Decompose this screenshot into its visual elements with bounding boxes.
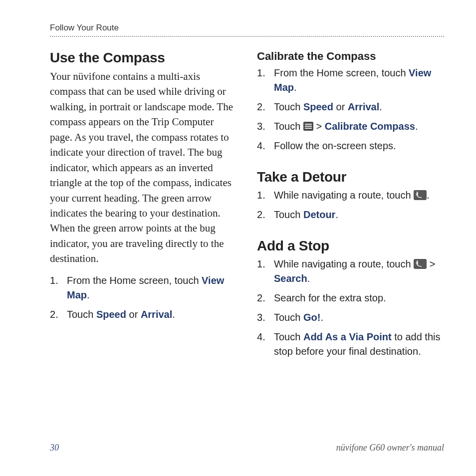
step-text: . [172, 309, 175, 320]
step-text: > [427, 258, 435, 269]
step-text: . [320, 312, 323, 323]
heading-use-the-compass: Use the Compass [50, 50, 237, 66]
step-text: From the Home screen, touch [274, 67, 409, 78]
step-text: . [415, 121, 418, 132]
step-item: From the Home screen, touch View Map. [50, 273, 237, 302]
detour-steps: While navigating a route, touch . Touch … [257, 188, 444, 222]
step-text: or [126, 309, 141, 320]
step-text: Touch [274, 331, 303, 342]
step-text: While navigating a route, touch [274, 190, 414, 201]
step-text: Touch [274, 101, 303, 112]
step-text: or [333, 101, 348, 112]
step-item: Touch Speed or Arrival. [257, 100, 444, 114]
step-item: Follow the on-screen steps. [257, 139, 444, 153]
step-text: While navigating a route, touch [274, 258, 414, 269]
step-text: Search for the extra stop. [274, 292, 386, 303]
step-text: . [294, 82, 297, 93]
add-stop-steps: While navigating a route, touch > Search… [257, 257, 444, 359]
menu-icon [303, 122, 313, 131]
heading-add-a-stop: Add a Stop [257, 238, 444, 254]
right-column: Calibrate the Compass From the Home scre… [257, 48, 444, 364]
header-divider [50, 36, 444, 37]
back-icon [414, 259, 427, 269]
heading-calibrate-compass: Calibrate the Compass [257, 50, 444, 63]
heading-take-a-detour: Take a Detour [257, 169, 444, 185]
step-text: . [307, 273, 310, 284]
step-item: While navigating a route, touch > Search… [257, 257, 444, 286]
step-item: Search for the extra stop. [257, 291, 444, 305]
step-item: While navigating a route, touch . [257, 188, 444, 203]
step-text: From the Home screen, touch [67, 275, 202, 286]
step-item: Touch > Calibrate Compass. [257, 119, 444, 134]
left-column: Use the Compass Your nüvifone contains a… [50, 48, 237, 364]
step-text: . [87, 289, 90, 300]
step-text: . [427, 190, 430, 201]
step-text: > [313, 121, 325, 132]
ui-label-speed: Speed [303, 101, 333, 112]
step-text: Follow the on-screen steps. [274, 140, 396, 151]
ui-label-add-via-point: Add As a Via Point [303, 331, 392, 342]
ui-label-go: Go! [303, 312, 320, 323]
step-text: Touch [67, 309, 96, 320]
ui-label-search: Search [274, 273, 307, 284]
step-item: Touch Go!. [257, 310, 444, 325]
back-icon [414, 190, 427, 200]
compass-description: Your nüvifone contains a multi-axis comp… [50, 69, 237, 266]
step-item: Touch Add As a Via Point to add this sto… [257, 330, 444, 359]
ui-label-speed: Speed [96, 309, 126, 320]
page-number: 30 [50, 443, 59, 453]
two-column-layout: Use the Compass Your nüvifone contains a… [50, 48, 444, 364]
ui-label-detour: Detour [303, 209, 335, 220]
calibrate-steps: From the Home screen, touch View Map. To… [257, 66, 444, 153]
running-header: Follow Your Route [50, 23, 444, 33]
ui-label-arrival: Arrival [141, 309, 172, 320]
step-text: . [335, 209, 338, 220]
page-footer: 30 nüvifone G60 owner's manual [50, 443, 444, 453]
step-text: . [379, 101, 382, 112]
step-item: Touch Detour. [257, 208, 444, 222]
step-text: Touch [274, 312, 303, 323]
step-item: From the Home screen, touch View Map. [257, 66, 444, 95]
manual-title: nüvifone G60 owner's manual [336, 443, 444, 453]
ui-label-arrival: Arrival [348, 101, 379, 112]
step-text: Touch [274, 209, 303, 220]
compass-steps: From the Home screen, touch View Map. To… [50, 273, 237, 322]
step-item: Touch Speed or Arrival. [50, 307, 237, 322]
step-text: Touch [274, 121, 303, 132]
ui-label-calibrate-compass: Calibrate Compass [325, 121, 415, 132]
